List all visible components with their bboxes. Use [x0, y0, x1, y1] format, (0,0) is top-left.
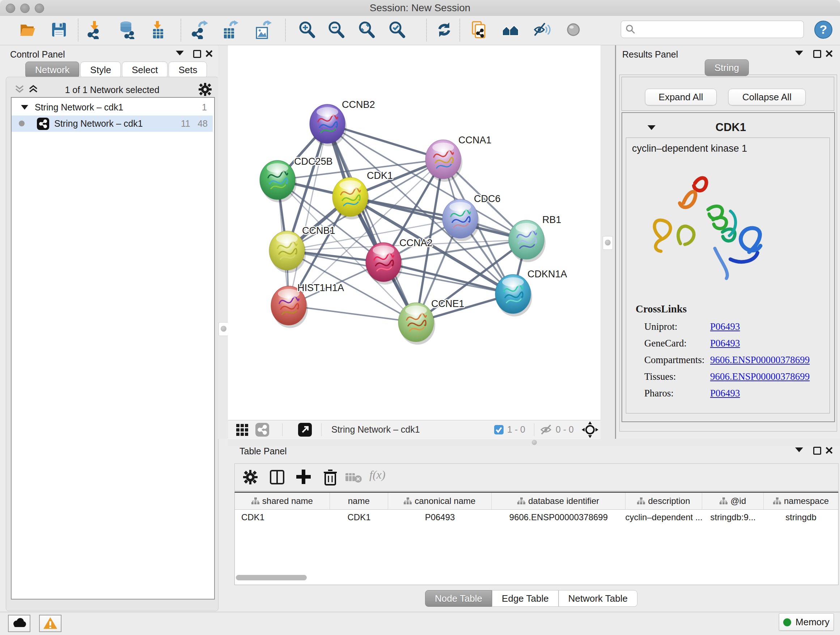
zoom-in-button[interactable]	[297, 20, 316, 39]
crosslink-tissues-link[interactable]: 9606.ENSP00000378699	[710, 371, 810, 382]
statusbar-separator	[321, 423, 322, 436]
table-panel-float-button[interactable]	[813, 447, 821, 455]
results-panel-float-button[interactable]	[813, 50, 821, 58]
crosslink-pharos-link[interactable]: P06493	[710, 388, 740, 399]
network-node-CCNB2[interactable]: CCNB2	[309, 99, 375, 146]
crosshair-icon[interactable]	[582, 421, 598, 438]
network-node-CDKN1A[interactable]: CDKN1A	[495, 269, 567, 317]
window-title: Session: New Session	[0, 0, 840, 16]
tab-network[interactable]: Network	[25, 62, 79, 78]
control-panel-float-button[interactable]	[193, 50, 201, 58]
network-row-selected[interactable]: String Network – cdk1 11 48	[11, 116, 213, 132]
show-columns-icon[interactable]	[270, 470, 285, 485]
results-panel-collapse-icon[interactable]	[795, 51, 803, 55]
grid-view-icon[interactable]	[235, 423, 248, 436]
network-node-HIST1H1A[interactable]: HIST1H1A	[271, 282, 344, 328]
right-splitter-handle[interactable]	[603, 236, 613, 250]
table-panel-close-button[interactable]	[826, 447, 833, 454]
right-splitter[interactable]	[600, 45, 615, 439]
toolbar-search[interactable]	[621, 21, 804, 38]
help-button[interactable]: ?	[814, 20, 833, 39]
import-network-button[interactable]	[85, 20, 104, 39]
network-node-CDC25B[interactable]: CDC25B	[260, 156, 333, 203]
import-network-from-database-button[interactable]	[117, 20, 136, 39]
cloud-button[interactable]	[8, 615, 30, 632]
tab-sets[interactable]: Sets	[169, 62, 207, 78]
crosslink-compartments-link[interactable]: 9606.ENSP00000378699	[710, 355, 810, 366]
network-view-statusbar: String Network – cdk1 1 - 0 0 - 0	[228, 420, 600, 439]
left-splitter-handle[interactable]	[218, 322, 229, 336]
tab-network-table[interactable]: Network Table	[559, 590, 638, 607]
crosslink-label: Pharos:	[644, 388, 674, 399]
open-session-button[interactable]	[18, 20, 36, 39]
zoom-selected-icon	[387, 20, 406, 39]
collapse-all-networks-icon[interactable]	[14, 85, 27, 94]
crosslink-uniprot-link[interactable]: P06493	[710, 321, 740, 333]
table-panel-collapse-icon[interactable]	[795, 448, 803, 452]
hierarchy-icon	[404, 497, 412, 505]
save-session-button[interactable]	[50, 20, 68, 39]
node-label: CCNA2	[399, 238, 433, 249]
crosslink-genecard-link[interactable]: P06493	[710, 338, 740, 349]
refresh-view-button[interactable]	[435, 20, 454, 39]
tab-node-table[interactable]: Node Table	[425, 590, 492, 607]
network-row-label: String Network – cdk1	[54, 119, 143, 129]
export-network-icon	[190, 20, 209, 39]
expand-all-networks-icon[interactable]	[28, 85, 41, 94]
network-node-CDC6[interactable]: CDC6	[442, 193, 501, 241]
network-node-CDK1[interactable]: CDK1	[332, 170, 393, 219]
control-panel-collapse-icon[interactable]	[176, 51, 184, 55]
node-table[interactable]: shared name name canonical name database…	[234, 492, 838, 585]
control-panel-close-button[interactable]	[205, 50, 213, 57]
birdseye-view-icon[interactable]	[298, 423, 312, 437]
bottom-splitter[interactable]	[228, 439, 840, 446]
share-view-icon[interactable]	[256, 423, 269, 437]
table-horizontal-scrollbar[interactable]	[236, 575, 307, 580]
zoom-selected-button[interactable]	[387, 20, 406, 39]
string-buttons-box: Expand All Collapse All	[622, 77, 834, 111]
export-table-button[interactable]	[220, 20, 239, 39]
clone-network-button[interactable]	[470, 20, 488, 39]
tab-string[interactable]: String	[705, 59, 749, 76]
tab-style[interactable]: Style	[80, 62, 121, 78]
network-node-CCNE1[interactable]: CCNE1	[398, 298, 464, 345]
hidden-eye-icon[interactable]	[540, 424, 553, 435]
export-image-button[interactable]	[253, 20, 272, 39]
table-gear-icon[interactable]	[243, 470, 258, 485]
tree-expand-icon[interactable]	[21, 104, 28, 110]
home-networks-button[interactable]	[501, 20, 520, 39]
tab-edge-table[interactable]: Edge Table	[492, 590, 559, 607]
network-status-dot	[19, 120, 25, 126]
network-canvas[interactable]: CCNB2CCNA1CDC25BCDK1CDC6RB1CCNB1CCNA2CDK…	[228, 45, 600, 420]
collapse-all-button[interactable]: Collapse All	[728, 89, 806, 105]
memory-button[interactable]: Memory	[779, 613, 834, 631]
crosslinks-title: CrossLinks	[636, 303, 687, 315]
delete-column-icon[interactable]	[323, 469, 338, 486]
show-eye-button[interactable]	[564, 20, 583, 39]
results-panel-close-button[interactable]	[826, 50, 833, 57]
help-icon: ?	[814, 20, 833, 39]
hierarchy-icon	[720, 497, 728, 505]
left-splitter[interactable]	[218, 45, 229, 439]
network-graph[interactable]: CCNB2CCNA1CDC25BCDK1CDC6RB1CCNB1CCNA2CDK…	[228, 45, 600, 420]
bottom-splitter-handle[interactable]	[532, 440, 537, 445]
import-table-button[interactable]	[149, 20, 167, 39]
add-column-icon[interactable]	[295, 469, 311, 485]
crosslink-label: Tissues:	[644, 371, 676, 382]
warnings-button[interactable]	[39, 615, 62, 632]
tab-select[interactable]: Select	[122, 62, 167, 78]
network-options-gear-icon[interactable]	[198, 82, 212, 96]
protein-structure-image	[637, 167, 782, 297]
hide-panels-button[interactable]	[532, 20, 551, 39]
zoom-fit-button[interactable]	[357, 20, 376, 39]
cdk1-collapse-icon[interactable]	[647, 125, 655, 130]
selected-checkbox-icon[interactable]	[494, 425, 504, 434]
toolbar-separator	[285, 19, 286, 41]
network-collection-row[interactable]: String Network – cdk1 1	[11, 99, 213, 116]
search-input[interactable]	[638, 22, 798, 35]
zoom-out-button[interactable]	[327, 20, 346, 39]
export-network-button[interactable]	[190, 20, 209, 39]
expand-all-button[interactable]: Expand All	[645, 89, 717, 105]
network-node-RB1[interactable]: RB1	[508, 214, 561, 262]
table-row[interactable]: CDK1 CDK1 P06493 9606.ENSP00000378699 cy…	[235, 509, 838, 525]
